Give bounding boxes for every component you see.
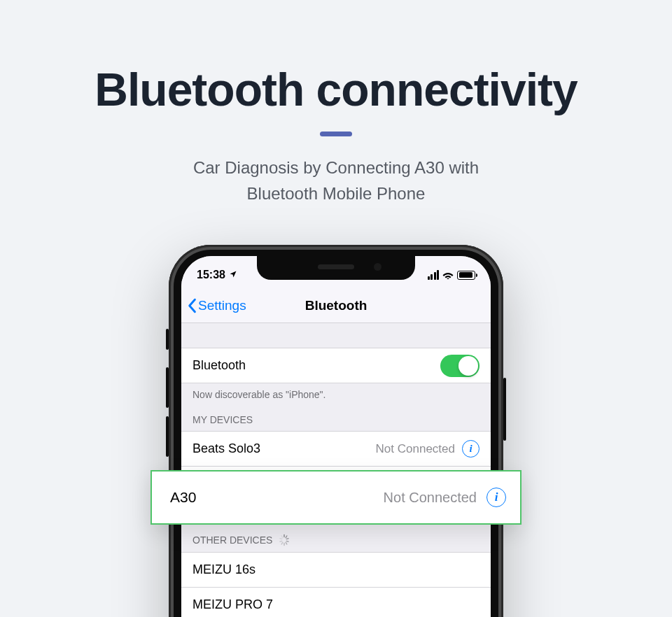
battery-icon (457, 271, 475, 280)
chevron-left-icon (187, 298, 197, 313)
location-icon (229, 270, 237, 281)
status-bar-right (428, 270, 476, 280)
callout-device-name: A30 (170, 489, 196, 506)
back-button[interactable]: Settings (187, 298, 246, 313)
nav-title: Bluetooth (305, 298, 368, 313)
toggle-knob (458, 356, 478, 376)
svg-line-9 (282, 536, 284, 538)
svg-line-2 (287, 539, 289, 539)
my-devices-header-label: MY DEVICES (192, 414, 253, 425)
wifi-icon (442, 271, 454, 279)
bluetooth-toggle[interactable] (440, 355, 479, 377)
info-icon[interactable]: i (486, 488, 506, 507)
hero: Bluetooth connectivity Car Diagnosis by … (0, 0, 672, 206)
svg-line-1 (286, 536, 288, 538)
svg-line-7 (280, 541, 282, 542)
spinner-icon (278, 534, 290, 546)
svg-line-3 (287, 541, 289, 542)
section-gap (181, 323, 491, 348)
highlighted-device-callout[interactable]: A30 Not Connected i (150, 470, 522, 525)
svg-line-6 (282, 542, 284, 544)
power-button (503, 378, 506, 441)
other-devices-header-label: OTHER DEVICES (192, 534, 272, 546)
hero-divider (320, 132, 352, 136)
other-device-row-meizu-16s[interactable]: MEIZU 16s (181, 553, 491, 588)
discoverable-hint: Now discoverable as "iPhone". (181, 383, 491, 400)
device-name: MEIZU 16s (192, 562, 255, 577)
my-devices-header: MY DEVICES (181, 400, 491, 432)
device-name: MEIZU PRO 7 (192, 597, 273, 612)
other-devices-header: OTHER DEVICES (181, 520, 491, 553)
svg-line-4 (286, 542, 288, 544)
hero-subtitle-line1: Car Diagnosis by Connecting A30 with (193, 158, 479, 177)
volume-down-button (166, 416, 169, 457)
speaker-grille (318, 264, 354, 269)
status-bar-left: 15:38 (197, 269, 237, 281)
volume-up-button (166, 367, 169, 408)
bluetooth-toggle-row[interactable]: Bluetooth (181, 348, 491, 383)
other-device-row-meizu-pro-7[interactable]: MEIZU PRO 7 (181, 588, 491, 617)
bluetooth-label: Bluetooth (192, 358, 246, 373)
hero-title: Bluetooth connectivity (0, 63, 672, 116)
device-row-beats-solo3[interactable]: Beats Solo3 Not Connected i (181, 432, 491, 467)
info-icon[interactable]: i (462, 440, 479, 458)
hero-subtitle-line2: Bluetooth Mobile Phone (247, 184, 426, 203)
status-time: 15:38 (197, 269, 225, 281)
phone-notch (257, 256, 415, 280)
device-status: Not Connected (376, 442, 455, 456)
svg-line-8 (280, 539, 282, 539)
front-camera (374, 263, 382, 271)
nav-bar: Settings Bluetooth (181, 288, 491, 323)
mute-switch (166, 329, 169, 350)
back-label: Settings (198, 298, 246, 313)
device-name: Beats Solo3 (192, 441, 260, 456)
cellular-signal-icon (428, 270, 440, 280)
callout-device-status: Not Connected (384, 490, 477, 506)
hero-subtitle: Car Diagnosis by Connecting A30 with Blu… (0, 155, 672, 206)
phone-frame: 15:38 Settings Bluetooth (169, 245, 503, 617)
phone-screen: 15:38 Settings Bluetooth (181, 256, 491, 617)
